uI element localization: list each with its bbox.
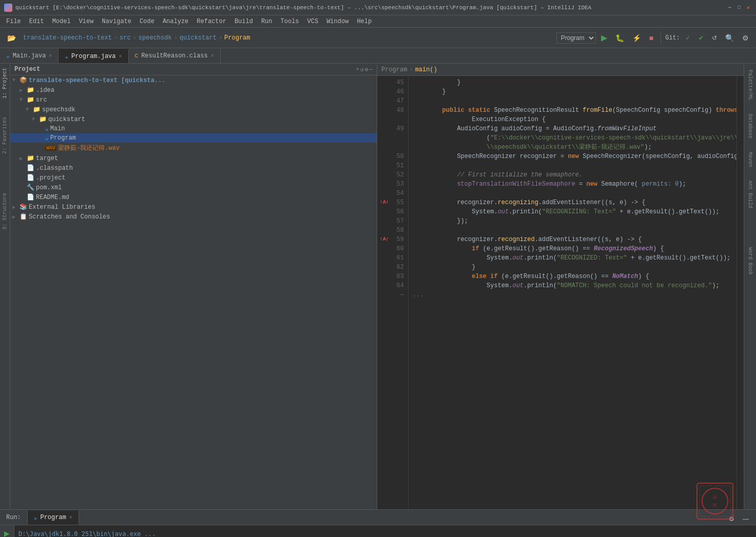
tab-resultreason-class-label: ResultReason.class [141,52,208,59]
maximize-button[interactable]: □ [735,4,743,11]
project-panel-settings[interactable]: ⚙ [365,66,369,73]
quickstart-folder-icon: 📁 [39,115,47,123]
code-line-54 [413,189,732,198]
target-folder-icon: 📁 [27,154,34,162]
tree-item-readme[interactable]: ▶ 📄 README.md [10,192,377,202]
tab-program-java-close[interactable]: × [119,54,122,59]
right-tab-maven[interactable]: Maven [746,148,754,171]
arrow-speechsdk: ▼ [26,107,33,112]
menu-refactor[interactable]: Refactor [192,17,230,26]
tree-item-project-file[interactable]: ▶ 📄 .project [10,173,377,183]
code-line-51 [413,161,732,170]
menu-file[interactable]: File [2,17,25,26]
minimize-button[interactable]: — [726,4,733,11]
menu-navigate[interactable]: Navigate [98,17,135,26]
menu-code[interactable]: Code [135,17,159,26]
bottom-panel: Run: ☕ Program × ⚙ — ▶ ■ ⏸ ⏩ 📷 ↓ 🔧 ☰ ≡ 🖨… [0,509,756,537]
menu-model[interactable]: Model [48,17,75,26]
close-button[interactable]: ✕ [745,4,752,11]
console-run-button[interactable]: ▶ [1,527,13,537]
program-java-tree-icon: ☕ [45,135,49,142]
code-line-53: stopTranslationWithFileSemaphore = new S… [413,180,732,189]
editor-inner[interactable]: 45 46 47 48 49 50 51 52 53 54 ↑A↑55 56 5… [377,76,744,509]
tree-item-classpath[interactable]: ▶ 📄 .classpath [10,163,377,173]
menu-view[interactable]: View [75,17,98,26]
run-button[interactable]: ▶ [598,31,610,45]
sidebar-left-tabs: 1: Project 2: Favorites 3: Structure [0,64,10,509]
nav-sep: › [409,66,413,73]
menu-tools[interactable]: Tools [277,17,303,26]
menu-help[interactable]: Help [353,17,376,26]
right-tab-antbuild[interactable]: Ant Build [746,176,754,212]
git-check-button[interactable]: ✓ [682,32,693,44]
tab-main-java-close[interactable]: × [49,53,52,59]
menu-build[interactable]: Build [230,17,257,26]
menu-window[interactable]: Window [322,17,353,26]
tree-item-root[interactable]: ▼ 📦 translate-speech-to-text [quicksta..… [10,75,377,85]
main-label: Main [50,125,65,132]
project-panel-close[interactable]: — [369,66,373,73]
sidebar-tab-project[interactable]: 1: Project [1,64,9,103]
bottom-tab-program[interactable]: ☕ Program × [28,510,79,525]
git-revert-button[interactable]: ↺ [709,32,720,44]
breadcrumb-project[interactable]: translate-speech-to-text [23,34,112,42]
menu-analyze[interactable]: Analyze [159,17,192,26]
code-line-52: // First initialize the semaphore. [413,170,732,180]
tree-item-external-libs[interactable]: ▶ 📚 External Libraries [10,202,377,212]
tree-item-speechsdk[interactable]: ▼ 📁 speechsdk [10,105,377,114]
tab-main-java[interactable]: ☕ Main.java × [0,49,59,63]
scratches-icon: 📋 [20,213,27,221]
toolbar-open-button[interactable]: 📂 [4,32,19,44]
sidebar-tab-favorites[interactable]: 2: Favorites [1,113,9,158]
run-with-coverage-button[interactable]: ⚡ [629,32,644,44]
breadcrumb-quickstart[interactable]: quickstart [180,34,217,42]
code-line-cont: ... [413,290,732,300]
tree-item-quickstart[interactable]: ▼ 📁 quickstart [10,114,377,124]
project-panel-add[interactable]: + [356,66,360,73]
breadcrumb-speechsdk[interactable]: speechsdk [139,34,172,42]
tree-item-scratches[interactable]: ▶ 📋 Scratches and Consoles [10,212,377,222]
right-tab-database[interactable]: Database [746,110,754,143]
bottom-tab-run-label[interactable]: Run: [0,510,28,525]
menu-edit[interactable]: Edit [25,17,48,26]
right-tab-wordbook[interactable]: Word Book [746,243,754,279]
main-java-tree-icon: ☕ [45,126,49,132]
program-label: Program [50,134,76,142]
code-line-55: recognizer.recognizing.addEventListener(… [413,198,732,207]
search-button[interactable]: 🔍 [722,32,737,44]
tab-resultreason-class-close[interactable]: × [211,53,214,59]
project-panel-sync[interactable]: ↺ [360,66,364,73]
run-config-select[interactable]: Program [556,32,596,44]
editor-wrapper: Program › main() 45 46 47 48 49 50 51 52… [377,64,744,509]
breadcrumb-program[interactable]: Program [224,34,250,42]
console-output[interactable]: D:\Java\jdk1.8.0_251\bin\java.exe ... NO… [14,525,756,537]
menu-run[interactable]: Run [257,17,277,26]
git-checkmark2-button[interactable]: ✔ [695,32,707,44]
code-line-46: } [413,87,732,96]
tab-program-java[interactable]: ☕ Program.java × [59,49,128,63]
breadcrumb-src[interactable]: src [120,34,131,42]
debug-button[interactable]: 🐛 [612,32,627,44]
right-tab-paletteml[interactable]: Palette/ML [746,66,754,105]
code-area[interactable]: } } public static SpeechRecognitionResul… [409,76,736,509]
tree-item-wav[interactable]: ▶ WAV 梁静茹-我还记得.wav [10,143,377,153]
code-line-62: } [413,263,732,272]
tree-item-idea[interactable]: ▶ 📁 .idea [10,85,377,95]
tree-item-pom[interactable]: ▶ 🔧 pom.xml [10,183,377,192]
speechsdk-folder-icon: 📁 [33,106,41,113]
bottom-minimize-button[interactable]: — [740,513,752,525]
tree-item-program[interactable]: ▶ ☕ Program [10,133,377,143]
tree-item-target[interactable]: ▶ 📁 target [10,153,377,163]
tree-item-main[interactable]: ▶ ☕ Main [10,124,377,133]
sidebar-tab-structure[interactable]: 3: Structure [1,189,9,234]
tree-item-src[interactable]: ▼ 📁 src [10,95,377,105]
program-tab-close[interactable]: × [69,515,72,521]
settings-button[interactable]: ⚙ [739,32,752,44]
stop-button[interactable]: ■ [646,32,656,44]
tab-resultreason-class[interactable]: C ResultReason.class × [129,49,221,63]
code-line-63: else if (e.getResult().getReason() == No… [413,272,732,281]
menu-vcs[interactable]: VCS [303,17,323,26]
src-folder-icon: 📁 [27,96,34,104]
code-line-49b: ("E:\\docker\\cognitive-services-speech-… [413,133,732,143]
code-line-64: System.out.println("NOMATCH: Speech coul… [413,281,732,290]
